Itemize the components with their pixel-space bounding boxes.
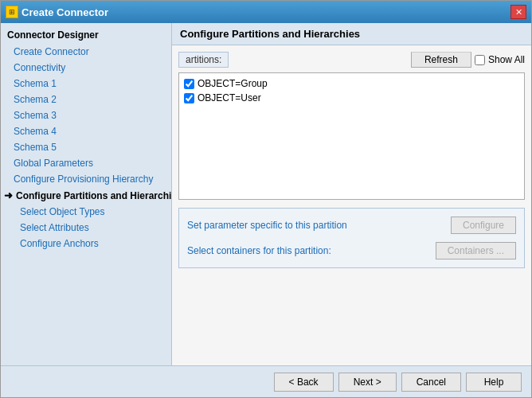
sidebar-item-connectivity[interactable]: Connectivity — [1, 60, 171, 76]
set-param-row: Set parameter specific to this partition… — [187, 217, 516, 234]
close-button[interactable]: ✕ — [510, 5, 526, 19]
show-all-checkbox[interactable] — [475, 55, 485, 65]
partitions-list: OBJECT=Group OBJECT=User — [178, 72, 525, 200]
sidebar-item-create-connector[interactable]: Create Connector — [1, 44, 171, 60]
configure-button[interactable]: Configure — [451, 217, 516, 234]
title-bar-controls: ✕ — [510, 5, 526, 19]
show-all-label: Show All — [488, 54, 525, 65]
refresh-button[interactable]: Refresh — [411, 52, 471, 68]
list-item: OBJECT=Group — [182, 76, 521, 91]
panel-header: Configure Partitions and Hierarchies — [172, 23, 531, 45]
sidebar-item-schema1[interactable]: Schema 1 — [1, 76, 171, 92]
sidebar-item-select-object-types[interactable]: Select Object Types — [1, 204, 171, 220]
sidebar-header: Connector Designer — [1, 26, 171, 44]
title-bar: ⊞ Create Connector ✕ — [1, 1, 531, 23]
sidebar-item-configure-anchors[interactable]: Configure Anchors — [1, 236, 171, 252]
next-button[interactable]: Next > — [338, 373, 397, 392]
title-bar-left: ⊞ Create Connector — [6, 6, 108, 18]
app-icon: ⊞ — [6, 6, 18, 18]
partition-user-label: OBJECT=User — [198, 92, 261, 103]
sidebar-item-schema4[interactable]: Schema 4 — [1, 123, 171, 139]
sidebar-item-schema3[interactable]: Schema 3 — [1, 107, 171, 123]
sidebar-item-schema2[interactable]: Schema 2 — [1, 92, 171, 107]
set-param-label: Set parameter specific to this partition — [187, 220, 347, 231]
lower-section: Set parameter specific to this partition… — [178, 208, 525, 268]
sidebar: Connector Designer Create Connector Conn… — [1, 23, 172, 365]
window-title: Create Connector — [22, 6, 108, 18]
select-containers-row: Select containers for this partition: Co… — [187, 242, 516, 259]
right-panel: Configure Partitions and Hierarchies art… — [172, 23, 531, 365]
sidebar-item-configure-provisioning[interactable]: Configure Provisioning Hierarchy — [1, 171, 171, 187]
partition-user-checkbox[interactable] — [184, 93, 194, 103]
main-content: Connector Designer Create Connector Conn… — [1, 23, 531, 365]
tab-row: artitions: Refresh Show All — [178, 52, 525, 68]
list-item: OBJECT=User — [182, 91, 521, 105]
show-all-container: Show All — [475, 54, 525, 65]
containers-button[interactable]: Containers ... — [436, 242, 516, 259]
sidebar-item-schema5[interactable]: Schema 5 — [1, 139, 171, 155]
sidebar-item-configure-partitions[interactable]: ➜ Configure Partitions and Hierarchies — [1, 187, 171, 204]
select-containers-label: Select containers for this partition: — [187, 245, 331, 256]
panel-body: artitions: Refresh Show All OBJECT=Group — [172, 45, 531, 365]
sidebar-item-select-attributes[interactable]: Select Attributes — [1, 220, 171, 236]
sidebar-item-global-parameters[interactable]: Global Parameters — [1, 155, 171, 171]
partition-group-checkbox[interactable] — [184, 79, 194, 89]
back-button[interactable]: < Back — [274, 373, 334, 392]
help-button[interactable]: Help — [466, 373, 522, 392]
active-arrow-icon: ➜ — [4, 189, 13, 201]
main-window: ⊞ Create Connector ✕ Connector Designer … — [0, 0, 532, 398]
cancel-button[interactable]: Cancel — [401, 373, 461, 392]
footer: < Back Next > Cancel Help — [1, 365, 531, 397]
partition-group-label: OBJECT=Group — [198, 78, 268, 89]
partitions-tab-label: artitions: — [178, 52, 229, 68]
